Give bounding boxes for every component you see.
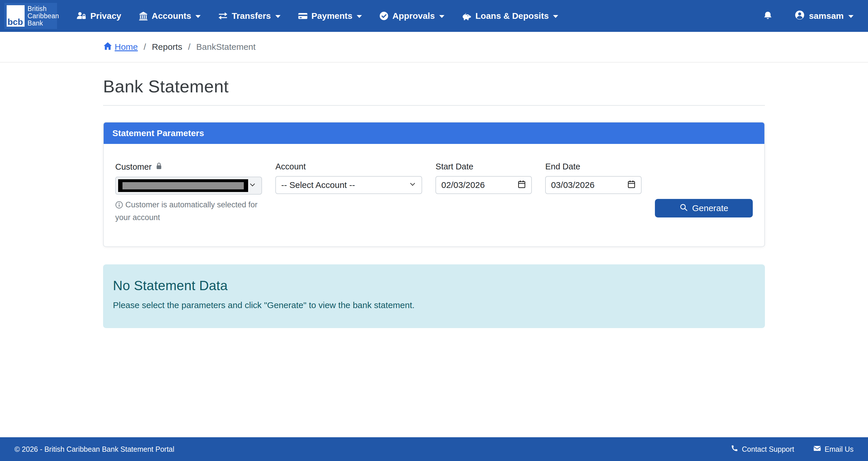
customer-hint-text: Customer is automatically selected for y… [115, 201, 257, 222]
breadcrumb-item-label: Home [115, 42, 138, 52]
card-body: Customer [104, 144, 764, 246]
page-title: Bank Statement [103, 76, 765, 96]
customer-label: Customer [115, 162, 262, 172]
chevron-down-icon [848, 15, 854, 18]
nav-item-privacy[interactable]: Privacy [76, 11, 121, 21]
chevron-down-icon [275, 15, 281, 18]
calendar-icon [627, 180, 636, 190]
house-icon [103, 42, 112, 53]
generate-button[interactable]: Generate [655, 199, 753, 217]
email-us-link[interactable]: Email Us [813, 444, 854, 454]
breadcrumb-separator: / [144, 42, 146, 52]
nav-item-approvals[interactable]: Approvals [379, 11, 444, 21]
breadcrumb-item-reports: Reports [152, 42, 182, 52]
no-data-alert: No Statement Data Please select the para… [103, 265, 765, 328]
alert-message: Please select the parameters and click "… [113, 300, 755, 310]
start-date-input[interactable]: 02/03/2026 [435, 176, 532, 194]
lock-icon [155, 162, 163, 172]
end-date-input[interactable]: 03/03/2026 [545, 176, 642, 194]
arrows-left-right-icon [218, 11, 228, 21]
chevron-down-icon [553, 15, 558, 18]
nav-item-label: Accounts [152, 11, 191, 21]
statement-parameters-card: Statement Parameters Customer [103, 122, 765, 247]
start-date-field-group: Start Date 02/03/2026 [435, 162, 532, 223]
account-field-group: Account -- Select Account -- [275, 162, 422, 223]
chevron-down-icon [439, 15, 444, 18]
nav-item-label: Loans & Deposits [475, 11, 549, 21]
select-chevron-icon [409, 180, 416, 190]
redaction-bar [122, 182, 244, 189]
contact-support-link[interactable]: Contact Support [731, 444, 794, 454]
nav-item-label: Transfers [231, 11, 271, 21]
nav-item-transfers[interactable]: Transfers [218, 11, 280, 21]
divider [103, 105, 765, 106]
breadcrumb-home-link[interactable]: Home [103, 42, 138, 53]
select-chevron-icon [249, 181, 256, 190]
brand-name: British Caribbean Bank [28, 5, 59, 27]
brand-logo[interactable]: bcb British Caribbean Bank [4, 3, 57, 29]
generate-button-group: Generate [655, 162, 753, 223]
nav-menu: Privacy Accounts Transfers Payments [76, 11, 558, 21]
check-circle-icon [379, 11, 389, 21]
nav-item-label: Privacy [90, 11, 121, 21]
customer-hint: Customer is automatically selected for y… [115, 199, 262, 223]
card-header: Statement Parameters [104, 122, 764, 144]
breadcrumb-separator: / [188, 42, 190, 52]
calendar-icon [517, 180, 526, 190]
footer-link-label: Email Us [825, 445, 854, 454]
brand-abbr: bcb [7, 18, 23, 26]
customer-select[interactable] [115, 177, 262, 194]
credit-card-icon [298, 11, 308, 21]
search-icon [679, 203, 688, 214]
nav-item-label: Payments [312, 11, 353, 21]
start-date-label: Start Date [435, 162, 532, 172]
account-label: Account [275, 162, 422, 172]
footer-links: Contact Support Email Us [731, 444, 854, 454]
breadcrumb: Home / Reports / BankStatement [103, 42, 765, 53]
chevron-down-icon [357, 15, 362, 18]
end-date-field-group: End Date 03/03/2026 [545, 162, 642, 223]
main-content: Bank Statement Statement Parameters Cust… [0, 63, 868, 437]
chevron-down-icon [195, 15, 200, 18]
breadcrumb-bar: Home / Reports / BankStatement [0, 32, 868, 63]
navbar-right: samsam [763, 10, 854, 22]
breadcrumb-item-current: BankStatement [196, 42, 256, 52]
person-lock-icon [76, 11, 87, 21]
nav-item-accounts[interactable]: Accounts [139, 11, 201, 21]
nav-item-loans-deposits[interactable]: Loans & Deposits [462, 11, 558, 21]
bell-icon [763, 10, 773, 22]
user-menu[interactable]: samsam [795, 10, 854, 22]
page-footer: © 2026 - British Caribbean Bank Statemen… [0, 437, 868, 461]
envelope-icon [813, 444, 821, 454]
footer-link-label: Contact Support [742, 445, 794, 454]
bank-icon [139, 11, 148, 21]
alert-title: No Statement Data [113, 278, 755, 293]
generate-button-label: Generate [692, 203, 728, 213]
nav-item-label: Approvals [392, 11, 435, 21]
start-date-value: 02/03/2026 [441, 180, 485, 190]
notifications-button[interactable] [763, 10, 773, 22]
end-date-label: End Date [545, 162, 642, 172]
phone-icon [731, 444, 738, 454]
top-navbar: bcb British Caribbean Bank Privacy Accou… [0, 0, 868, 32]
user-name: samsam [809, 11, 844, 21]
person-circle-icon [795, 10, 805, 22]
end-date-value: 03/03/2026 [551, 180, 594, 190]
nav-item-payments[interactable]: Payments [298, 11, 362, 21]
customer-field-group: Customer [115, 162, 262, 223]
info-circle-icon [115, 201, 123, 212]
copyright-text: © 2026 - British Caribbean Bank Statemen… [14, 445, 174, 454]
redaction-overlay [118, 179, 248, 192]
brand-logo-square: bcb [7, 5, 25, 27]
piggy-bank-icon [462, 11, 472, 21]
account-select[interactable]: -- Select Account -- [275, 176, 422, 194]
account-selected-option: -- Select Account -- [281, 180, 355, 190]
parameters-form: Customer [115, 162, 753, 223]
